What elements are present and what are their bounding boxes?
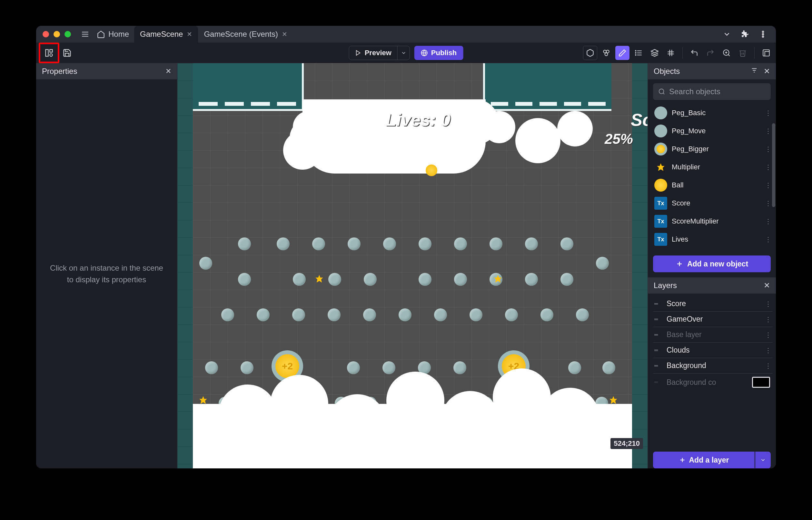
window-close-button[interactable] <box>43 31 49 37</box>
redo-icon[interactable] <box>703 46 718 60</box>
close-panel-icon[interactable]: ✕ <box>165 67 171 76</box>
layer-item-clouds[interactable]: ═ Clouds ⋮ <box>653 343 773 358</box>
layer-item-gameover[interactable]: ═ GameOver ⋮ <box>653 312 773 327</box>
star-instance[interactable] <box>315 274 324 283</box>
peg-instance[interactable] <box>418 361 431 374</box>
kebab-icon[interactable]: ⋮ <box>765 127 772 135</box>
object-item-peg-bigger[interactable]: Peg_Bigger ⋮ <box>653 140 773 158</box>
peg-instance[interactable] <box>348 237 360 250</box>
objects-search[interactable]: Search objects <box>653 83 771 100</box>
tab-gamescene[interactable]: GameScene ✕ <box>134 26 198 43</box>
close-panel-icon[interactable]: ✕ <box>764 281 770 290</box>
peg-instance[interactable] <box>328 273 341 286</box>
peg-instance[interactable] <box>347 361 360 374</box>
object-tool-icon[interactable] <box>583 46 597 60</box>
peg-instance[interactable] <box>525 273 538 286</box>
peg-instance[interactable] <box>525 237 538 250</box>
drag-handle-icon[interactable]: ═ <box>654 347 662 353</box>
grid-tool-icon[interactable] <box>664 46 678 60</box>
peg-instance[interactable] <box>292 308 305 321</box>
object-item-multiplier[interactable]: Multiplier ⋮ <box>653 158 773 176</box>
kebab-icon[interactable]: ⋮ <box>765 109 772 117</box>
open-panel-button[interactable] <box>41 45 57 61</box>
peg-instance[interactable] <box>540 308 553 321</box>
kebab-icon[interactable]: ⋮ <box>765 362 772 370</box>
peg-instance[interactable] <box>328 308 341 321</box>
star-instance[interactable] <box>609 395 618 405</box>
peg-instance[interactable] <box>596 257 609 270</box>
window-minimize-button[interactable] <box>54 31 60 37</box>
peg-bigger-instance[interactable]: +2 <box>272 350 303 382</box>
peg-instance[interactable] <box>238 273 251 286</box>
kebab-icon[interactable]: ⋮ <box>765 145 772 153</box>
ball-instance[interactable] <box>426 164 437 176</box>
peg-instance[interactable] <box>454 237 467 250</box>
add-layer-button[interactable]: Add a layer <box>653 451 755 468</box>
peg-instance[interactable] <box>364 273 377 286</box>
peg-instance[interactable] <box>238 237 251 250</box>
drag-handle-icon[interactable]: ═ <box>654 379 662 385</box>
preview-dropdown[interactable] <box>397 46 410 60</box>
object-item-peg-basic[interactable]: Peg_Basic ⋮ <box>653 104 773 122</box>
peg-instance[interactable] <box>434 308 447 321</box>
layers-tool-icon[interactable] <box>648 46 662 60</box>
home-tab[interactable]: Home <box>91 26 134 43</box>
zoom-icon[interactable] <box>720 46 734 60</box>
peg-instance[interactable] <box>602 361 615 374</box>
layer-item-background-color[interactable]: ═ Background co <box>653 373 773 391</box>
kebab-icon[interactable]: ⋮ <box>765 235 772 243</box>
kebab-icon[interactable]: ⋮ <box>765 217 772 225</box>
chevron-down-icon[interactable] <box>722 29 732 40</box>
close-panel-icon[interactable]: ✕ <box>764 67 770 76</box>
peg-instance[interactable] <box>561 237 573 250</box>
peg-instance[interactable] <box>399 308 411 321</box>
peg-instance[interactable] <box>418 273 431 286</box>
layer-item-score[interactable]: ═ Score ⋮ <box>653 296 773 312</box>
peg-instance[interactable] <box>489 237 503 250</box>
peg-instance[interactable] <box>312 237 325 250</box>
object-item-lives[interactable]: Tx Lives ⋮ <box>653 230 773 249</box>
kebab-icon[interactable]: ⋮ <box>765 346 772 354</box>
peg-instance[interactable] <box>453 361 466 374</box>
scrollbar[interactable] <box>772 123 775 239</box>
peg-instance[interactable] <box>454 273 467 286</box>
layer-item-background[interactable]: ═ Background ⋮ <box>653 358 773 373</box>
kebab-icon[interactable]: ⋮ <box>765 181 772 189</box>
close-tab-icon[interactable]: ✕ <box>282 30 287 38</box>
undo-icon[interactable] <box>687 46 701 60</box>
kebab-icon[interactable]: ⋮ <box>765 315 772 323</box>
peg-instance[interactable] <box>561 273 573 286</box>
layer-item-base[interactable]: ═ Base layer ⋮ <box>653 327 773 343</box>
filter-icon[interactable] <box>751 67 758 76</box>
peg-instance[interactable] <box>363 308 376 321</box>
kebab-icon[interactable]: ⋮ <box>765 331 772 339</box>
peg-instance[interactable] <box>505 308 518 321</box>
drag-handle-icon[interactable]: ═ <box>654 363 662 369</box>
drag-handle-icon[interactable]: ═ <box>654 332 662 338</box>
peg-instance[interactable] <box>576 308 589 321</box>
edit-tool-icon[interactable] <box>615 46 629 60</box>
peg-instance[interactable] <box>257 308 270 321</box>
peg-instance[interactable] <box>199 257 212 270</box>
peg-instance[interactable] <box>277 237 290 250</box>
kebab-menu-icon[interactable] <box>758 29 768 40</box>
kebab-icon[interactable]: ⋮ <box>765 300 772 308</box>
kebab-icon[interactable]: ⋮ <box>765 199 772 207</box>
save-button[interactable] <box>59 45 75 61</box>
publish-button[interactable]: Publish <box>414 46 463 60</box>
peg-instance[interactable] <box>383 237 396 250</box>
delete-icon[interactable] <box>736 46 750 60</box>
list-tool-icon[interactable] <box>631 46 646 60</box>
star-instance[interactable] <box>493 274 503 283</box>
object-item-score[interactable]: Tx Score ⋮ <box>653 194 773 212</box>
drag-handle-icon[interactable]: ═ <box>654 316 662 322</box>
tab-gamescene-events[interactable]: GameScene (Events) ✕ <box>198 26 293 43</box>
peg-instance[interactable] <box>382 361 395 374</box>
drag-handle-icon[interactable]: ═ <box>654 301 662 307</box>
peg-instance[interactable] <box>469 308 482 321</box>
extensions-icon[interactable] <box>740 29 750 40</box>
add-object-button[interactable]: Add a new object <box>653 256 771 272</box>
color-swatch[interactable] <box>752 377 770 388</box>
window-maximize-button[interactable] <box>64 31 71 37</box>
scene-viewport[interactable]: Lives: 0 Score: 0 25% <box>178 63 648 468</box>
